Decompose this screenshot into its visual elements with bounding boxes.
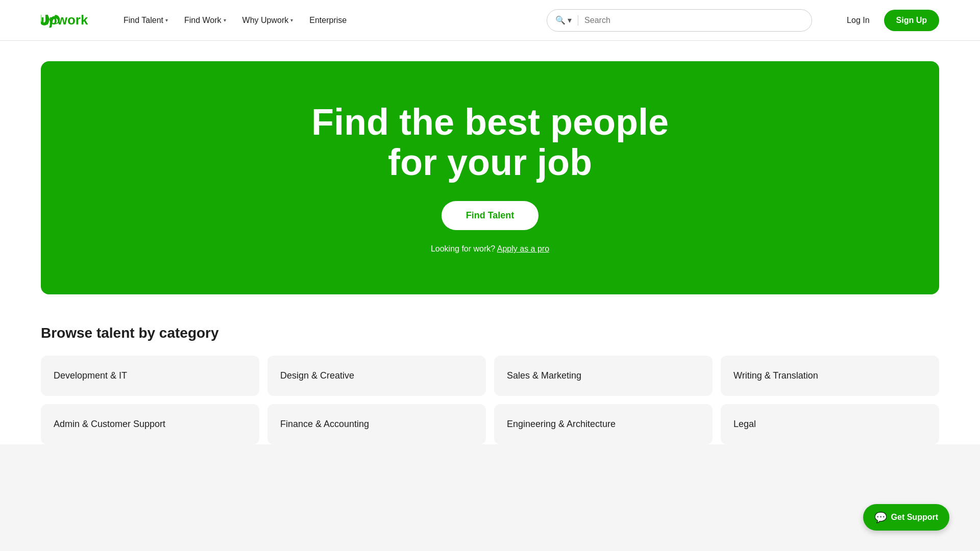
category-card-dev-it[interactable]: Development & IT <box>41 356 259 396</box>
categories-title: Browse talent by category <box>41 325 939 341</box>
hero-subtext: Looking for work? Apply as a pro <box>431 244 549 254</box>
enterprise-label: Enterprise <box>309 16 347 25</box>
hero-title-line2: for your job <box>388 142 592 183</box>
why-upwork-chevron-icon: ▾ <box>290 17 293 23</box>
category-card-sales-marketing[interactable]: Sales & Marketing <box>494 356 713 396</box>
hero-subtext-text: Looking for work? <box>431 244 495 253</box>
signup-button[interactable]: Sign Up <box>884 10 939 31</box>
find-talent-chevron-icon: ▾ <box>165 17 168 23</box>
category-card-legal[interactable]: Legal <box>721 404 939 444</box>
category-card-design-creative[interactable]: Design & Creative <box>267 356 486 396</box>
hero-title-line1: Find the best people <box>311 102 669 142</box>
hero-section: Find the best people for your job Find T… <box>41 61 939 294</box>
category-card-engineering-architecture[interactable]: Engineering & Architecture <box>494 404 713 444</box>
search-divider <box>578 15 578 26</box>
category-card-writing-translation[interactable]: Writing & Translation <box>721 356 939 396</box>
why-upwork-label: Why Upwork <box>242 16 289 25</box>
login-button[interactable]: Log In <box>841 12 875 29</box>
nav-why-upwork[interactable]: Why Upwork ▾ <box>236 12 300 29</box>
support-label: Get Support <box>891 513 938 522</box>
hero-cta-button[interactable]: Find Talent <box>442 201 539 230</box>
nav-find-work[interactable]: Find Work ▾ <box>178 12 232 29</box>
logo[interactable]: upwork <box>41 12 93 29</box>
navbar: upwork Find Talent ▾ Find Work ▾ Why Upw… <box>0 0 980 41</box>
nav-links: Find Talent ▾ Find Work ▾ Why Upwork ▾ E… <box>117 12 530 29</box>
categories-grid: Development & ITDesign & CreativeSales &… <box>41 356 939 444</box>
svg-text:upwork: upwork <box>41 12 88 28</box>
nav-auth: Log In Sign Up <box>841 10 939 31</box>
search-bar[interactable]: 🔍 ▾ <box>547 9 812 32</box>
hero-title: Find the best people for your job <box>311 102 669 183</box>
support-icon: 💬 <box>874 511 887 523</box>
categories-section: Browse talent by category Development & … <box>41 325 939 444</box>
support-button[interactable]: 💬 Get Support <box>863 504 949 531</box>
find-talent-label: Find Talent <box>124 16 163 25</box>
search-dropdown-icon: ▾ <box>568 15 572 25</box>
category-card-finance-accounting[interactable]: Finance & Accounting <box>267 404 486 444</box>
find-work-label: Find Work <box>184 16 222 25</box>
nav-find-talent[interactable]: Find Talent ▾ <box>117 12 174 29</box>
search-icon: 🔍 <box>555 15 566 25</box>
search-input[interactable] <box>584 16 803 25</box>
nav-enterprise[interactable]: Enterprise <box>303 12 353 29</box>
find-work-chevron-icon: ▾ <box>224 17 226 23</box>
search-icon-wrap: 🔍 ▾ <box>555 15 572 25</box>
apply-as-pro-link[interactable]: Apply as a pro <box>497 244 549 253</box>
category-card-admin-customer-support[interactable]: Admin & Customer Support <box>41 404 259 444</box>
